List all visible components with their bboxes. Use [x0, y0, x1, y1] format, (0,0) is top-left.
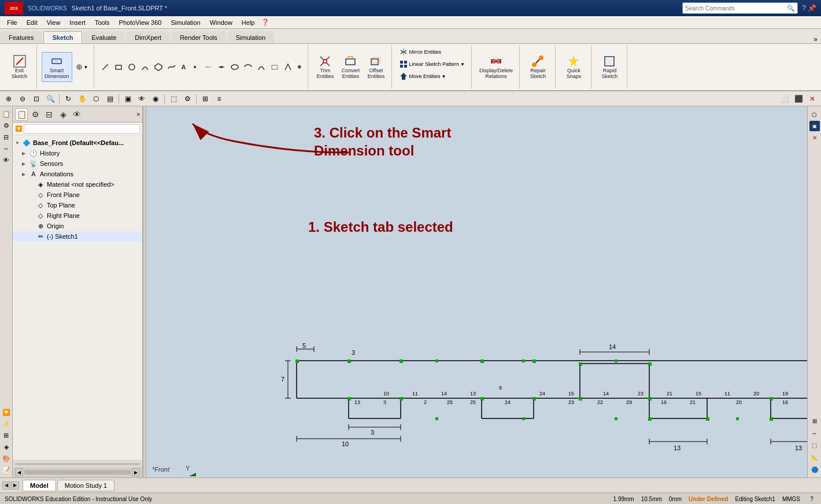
dim-xpert-icon[interactable]: ↔ — [1, 143, 12, 154]
zoom-to-fit-btn[interactable]: ⊕ — [2, 93, 15, 105]
pattern-dropdown-icon[interactable]: ▼ — [460, 62, 465, 67]
menu-simulation[interactable]: Simulation — [166, 18, 205, 27]
menu-file[interactable]: File — [2, 18, 22, 27]
status-help-btn[interactable]: ? — [807, 495, 816, 504]
search-commands-box[interactable]: 🔍 — [682, 2, 798, 14]
partial-ellipse-btn[interactable] — [242, 62, 254, 72]
tree-top-plane[interactable]: ◇ Top Plane — [13, 200, 142, 210]
hide-show-btn[interactable]: 👁 — [135, 93, 148, 105]
maximize-btn[interactable]: ⬛ — [792, 93, 805, 105]
feature-manager-icon[interactable]: 📋 — [1, 109, 12, 119]
centerline-btn[interactable] — [202, 62, 215, 72]
feature-manager-tab[interactable]: 📋 — [15, 108, 28, 121]
move-dropdown-icon[interactable]: ▼ — [441, 74, 446, 79]
sketch-grid-btn[interactable]: ≡ — [213, 93, 225, 105]
menu-insert[interactable]: Insert — [65, 18, 90, 27]
property-manager-tab[interactable]: ⚙ — [29, 108, 42, 121]
zoom-previous-btn[interactable]: 🔍 — [44, 93, 57, 105]
tab-evaluate[interactable]: Evaluate — [83, 31, 125, 43]
view-orientation-btn[interactable]: ⬚ — [167, 93, 180, 105]
trim-entities-button[interactable]: TrimEntities — [313, 52, 337, 82]
offset-entities-button[interactable]: OffsetEntities — [364, 52, 388, 82]
right-panel-icon5[interactable]: 🔵 — [809, 464, 820, 475]
sketch-snap-icon[interactable]: ⚡ — [1, 418, 12, 429]
make-path-btn[interactable] — [282, 62, 294, 72]
rotate-btn[interactable]: ↻ — [62, 93, 75, 105]
parabola-btn[interactable] — [255, 62, 268, 72]
more-tools-btn[interactable]: ✱ — [295, 62, 304, 72]
grid-btn[interactable]: ⊞ — [199, 93, 212, 105]
construction-btn[interactable] — [268, 62, 281, 72]
custom-properties-icon[interactable]: 📝 — [1, 465, 12, 475]
property-manager-icon[interactable]: ⚙ — [1, 120, 12, 131]
midpoint-btn[interactable] — [215, 62, 228, 72]
appearance-icon[interactable]: 🎨 — [1, 453, 12, 464]
config-manager-tab[interactable]: ⊟ — [43, 108, 56, 121]
right-panel-icon3[interactable]: ⬚ — [809, 439, 820, 451]
tree-origin[interactable]: ⊕ Origin — [13, 221, 142, 231]
display-style-btn[interactable]: ▣ — [121, 93, 134, 105]
exit-sketch-button[interactable]: ExitSketch — [8, 52, 32, 82]
tree-sensors[interactable]: ▶ 📡 Sensors — [13, 158, 142, 169]
ellipse-btn[interactable] — [228, 62, 241, 72]
tab-features[interactable]: Features — [0, 31, 42, 43]
tab-render-tools[interactable]: Render Tools — [171, 31, 226, 43]
expand-panel-btn[interactable]: » — [136, 111, 140, 117]
quick-snaps-button[interactable]: QuickSnaps — [561, 52, 586, 82]
view-palette-icon[interactable]: ◈ — [1, 442, 12, 452]
pin-icon[interactable]: 📌 — [808, 4, 816, 12]
line-tool-btn[interactable] — [99, 62, 112, 72]
circle-tool-btn[interactable] — [125, 62, 138, 72]
appearances-btn[interactable]: ◉ — [149, 93, 162, 105]
tree-front-plane[interactable]: ◇ Front Plane — [13, 190, 142, 200]
tree-history[interactable]: ▶ 🕐 History — [13, 148, 142, 158]
section-view-btn[interactable]: ▤ — [103, 93, 116, 105]
pan-btn[interactable]: ✋ — [76, 93, 88, 105]
menu-edit[interactable]: Edit — [22, 18, 42, 27]
view-settings-btn[interactable]: ⚙ — [181, 93, 194, 105]
appearance-manager-tab[interactable]: ◈ — [57, 108, 69, 121]
select-filter-icon[interactable]: 🔽 — [1, 407, 12, 417]
zoom-area-btn[interactable]: ⊡ — [30, 93, 43, 105]
display-pane-tab[interactable]: 👁 — [71, 108, 83, 121]
menu-view[interactable]: View — [42, 18, 65, 27]
mirror-entities-button[interactable]: Mirror Entities — [397, 46, 467, 58]
rapid-sketch-button[interactable]: RapidSketch — [597, 52, 622, 82]
3d-view-btn[interactable]: ⬡ — [90, 93, 102, 105]
display-manager-icon[interactable]: 👁 — [1, 155, 12, 165]
tab-model[interactable]: Model — [23, 480, 56, 491]
tab-next-btn[interactable]: ▶ — [11, 481, 19, 490]
spline-tool-btn[interactable] — [165, 62, 178, 72]
tab-motion-study[interactable]: Motion Study 1 — [57, 480, 114, 491]
config-manager-icon[interactable]: ⊟ — [1, 132, 12, 142]
sketch-tools-btn[interactable]: ▼ — [73, 62, 91, 72]
arc-tool-btn[interactable] — [139, 62, 151, 72]
right-panel-icon1[interactable]: ⊞ — [809, 415, 820, 427]
linear-sketch-pattern-button[interactable]: Linear Sketch Pattern ▼ — [397, 58, 467, 70]
tab-simulation[interactable]: Simulation — [227, 31, 274, 43]
view-cube-btn[interactable]: ⬡ — [809, 109, 820, 120]
polygon-tool-btn[interactable] — [152, 62, 165, 72]
menu-window[interactable]: Window — [205, 18, 237, 27]
scroll-thumb[interactable] — [24, 470, 131, 475]
menu-help[interactable]: Help — [237, 18, 260, 27]
tree-annotations[interactable]: ▶ A Annotations — [13, 169, 142, 179]
help-icon[interactable]: ? — [802, 4, 806, 12]
text-tool-btn[interactable]: A — [179, 62, 188, 72]
close-panel-btn[interactable]: ✕ — [809, 132, 820, 143]
right-panel-icon4[interactable]: 📐 — [809, 451, 820, 463]
display-delete-relations-button[interactable]: Display/DeleteRelations — [476, 52, 516, 82]
tab-prev-btn[interactable]: ◀ — [2, 481, 10, 490]
minimize-btn[interactable]: ⬜ — [778, 93, 791, 105]
view-orientations-btn[interactable]: ▣ — [809, 121, 820, 131]
sketch-relations-icon[interactable]: ⊞ — [1, 430, 12, 440]
point-tool-btn[interactable] — [188, 62, 201, 72]
nav-right-btn[interactable]: ▶ — [132, 468, 140, 476]
nav-left-btn[interactable]: ◀ — [15, 468, 23, 476]
repair-sketch-button[interactable]: RepairSketch — [526, 52, 550, 82]
tab-sketch[interactable]: Sketch — [43, 31, 82, 43]
tree-sketch1[interactable]: ✏ (-) Sketch1 — [13, 231, 142, 242]
ribbon-expand-icon[interactable]: » — [810, 35, 821, 43]
menu-tools[interactable]: Tools — [90, 18, 114, 27]
close-btn[interactable]: ✕ — [806, 93, 819, 105]
